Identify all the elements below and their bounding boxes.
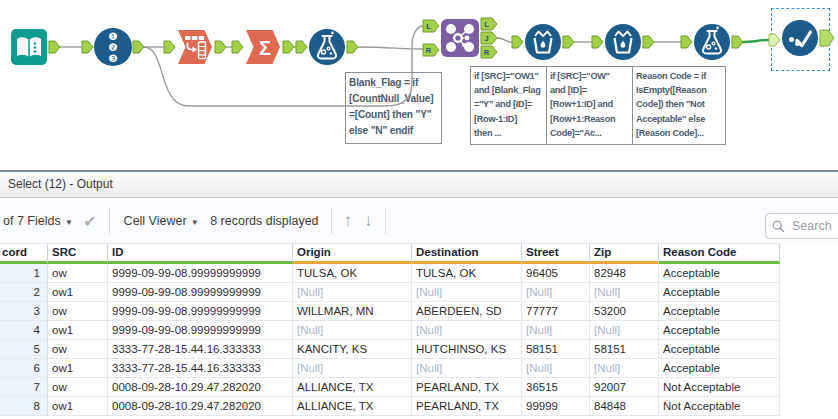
output-anchor-formula1[interactable]: [347, 41, 358, 53]
output-anchor-recordid[interactable]: [133, 41, 144, 53]
table-cell[interactable]: [Null]: [522, 283, 590, 302]
table-cell[interactable]: [Null]: [412, 283, 522, 302]
table-cell[interactable]: 0008-09-28-10.29.47.282020: [108, 378, 293, 397]
tool-transpose[interactable]: [176, 28, 214, 66]
table-cell[interactable]: 0008-09-28-10.29.47.282020: [108, 397, 293, 416]
search-box[interactable]: [765, 213, 838, 239]
table-cell[interactable]: 3333-77-28-15.44.16.333333: [108, 359, 293, 378]
column-header-destination[interactable]: Destination: [412, 243, 522, 264]
table-cell[interactable]: 9999-09-99-08.99999999999: [108, 264, 293, 283]
column-header-zip[interactable]: Zip: [590, 243, 659, 264]
row-number[interactable]: 8: [0, 397, 48, 416]
tool-multi-row-formula-2[interactable]: [604, 23, 642, 61]
table-cell[interactable]: [Null]: [522, 359, 590, 378]
row-number[interactable]: 6: [0, 359, 48, 378]
input-anchor-formula2[interactable]: [681, 36, 692, 48]
row-number[interactable]: 1: [0, 264, 48, 283]
table-cell[interactable]: 58151: [522, 340, 590, 359]
table-cell[interactable]: 99999: [522, 397, 590, 416]
tool-multi-row-formula-1[interactable]: [524, 23, 562, 61]
table-cell[interactable]: TULSA, OK: [293, 264, 412, 283]
output-anchor-input[interactable]: [49, 41, 60, 53]
table-cell[interactable]: ALLIANCE, TX: [293, 378, 412, 397]
table-cell[interactable]: Acceptable: [659, 283, 780, 302]
input-anchor-select[interactable]: [769, 34, 780, 46]
input-anchor-multirow2[interactable]: [592, 36, 603, 48]
output-anchor-formula2[interactable]: [732, 36, 743, 48]
input-anchor-summarize[interactable]: [232, 41, 243, 53]
input-anchor-multirow1[interactable]: [512, 36, 523, 48]
output-anchor-summarize[interactable]: [283, 41, 294, 53]
table-cell[interactable]: 58151: [590, 340, 659, 359]
tool-select[interactable]: [781, 19, 819, 57]
table-cell[interactable]: 9999-09-99-08.99999999999: [108, 283, 293, 302]
table-cell[interactable]: Acceptable: [659, 340, 780, 359]
table-cell[interactable]: [Null]: [522, 321, 590, 340]
arrow-down-icon[interactable]: ↓: [364, 211, 373, 231]
search-input[interactable]: [790, 218, 838, 234]
table-cell[interactable]: 82948: [590, 264, 659, 283]
fields-dropdown[interactable]: of 7 Fields: [3, 214, 61, 228]
table-cell[interactable]: WILLMAR, MN: [293, 302, 412, 321]
column-header-cord[interactable]: cord: [0, 243, 48, 264]
table-cell[interactable]: Not Acceptable: [659, 397, 780, 416]
table-cell[interactable]: 36515: [522, 378, 590, 397]
join-output-anchor-j[interactable]: [481, 32, 497, 44]
table-row[interactable]: 2ow19999-09-99-08.99999999999[Null][Null…: [0, 283, 780, 302]
table-cell[interactable]: [Null]: [293, 359, 412, 378]
cell-viewer-dropdown[interactable]: Cell Viewer: [124, 214, 187, 228]
chevron-down-icon[interactable]: ▾: [193, 217, 198, 227]
table-cell[interactable]: Not Acceptable: [659, 378, 780, 397]
table-cell[interactable]: [Null]: [590, 359, 659, 378]
output-anchor-multirow2[interactable]: [643, 36, 654, 48]
tool-join[interactable]: [440, 18, 480, 58]
column-header-id[interactable]: ID: [108, 243, 293, 264]
chevron-down-icon[interactable]: ▾: [67, 217, 72, 227]
tool-summarize[interactable]: Σ: [244, 28, 282, 66]
column-header-src[interactable]: SRC: [48, 243, 108, 264]
table-cell[interactable]: Acceptable: [659, 302, 780, 321]
tool-formula-1[interactable]: [308, 28, 346, 66]
row-number[interactable]: 2: [0, 283, 48, 302]
apply-check-icon[interactable]: ✔: [83, 212, 96, 231]
row-number[interactable]: 3: [0, 302, 48, 321]
table-cell[interactable]: ALLIANCE, TX: [293, 397, 412, 416]
table-cell[interactable]: Acceptable: [659, 321, 780, 340]
table-cell[interactable]: [Null]: [412, 321, 522, 340]
input-anchor-transpose[interactable]: [164, 41, 175, 53]
table-cell[interactable]: 53200: [590, 302, 659, 321]
table-row[interactable]: 5ow3333-77-28-15.44.16.333333KANCITY, KS…: [0, 340, 780, 359]
table-cell[interactable]: ow: [48, 340, 108, 359]
arrow-up-icon[interactable]: ↑: [344, 211, 353, 231]
table-cell[interactable]: Acceptable: [659, 264, 780, 283]
column-header-origin[interactable]: Origin: [293, 243, 412, 264]
column-header-street[interactable]: Street: [522, 243, 590, 264]
workflow-canvas[interactable]: Blank_Flag = if [CountNull_Value] =[Coun…: [0, 0, 838, 170]
table-cell[interactable]: HUTCHINSO, KS: [412, 340, 522, 359]
table-row[interactable]: 8ow10008-09-28-10.29.47.282020ALLIANCE, …: [0, 397, 780, 416]
output-anchor-select[interactable]: [820, 30, 834, 46]
table-cell[interactable]: ow1: [48, 397, 108, 416]
output-anchor-transpose[interactable]: [215, 41, 226, 53]
table-cell[interactable]: ow: [48, 378, 108, 397]
table-cell[interactable]: 84848: [590, 397, 659, 416]
row-number[interactable]: 5: [0, 340, 48, 359]
table-cell[interactable]: [Null]: [590, 283, 659, 302]
table-row[interactable]: 4ow19999-09-99-08.99999999999[Null][Null…: [0, 321, 780, 340]
tool-formula-2[interactable]: [693, 23, 731, 61]
table-cell[interactable]: ow1: [48, 321, 108, 340]
table-cell[interactable]: 77777: [522, 302, 590, 321]
row-number[interactable]: 4: [0, 321, 48, 340]
input-anchor-formula1[interactable]: [296, 41, 307, 53]
tool-input-data[interactable]: [10, 28, 48, 66]
input-anchor-recordid[interactable]: [82, 41, 93, 53]
connection-formula2-select-highlighted[interactable]: [743, 40, 769, 42]
row-number[interactable]: 7: [0, 378, 48, 397]
tool-record-id[interactable]: ❶ ❷ ❸: [94, 28, 132, 66]
table-cell[interactable]: PEARLAND, TX: [412, 378, 522, 397]
table-cell[interactable]: TULSA, OK: [412, 264, 522, 283]
table-cell[interactable]: ow: [48, 264, 108, 283]
table-cell[interactable]: ow1: [48, 283, 108, 302]
table-cell[interactable]: 3333-77-28-15.44.16.333333: [108, 340, 293, 359]
table-row[interactable]: 7ow0008-09-28-10.29.47.282020ALLIANCE, T…: [0, 378, 780, 397]
